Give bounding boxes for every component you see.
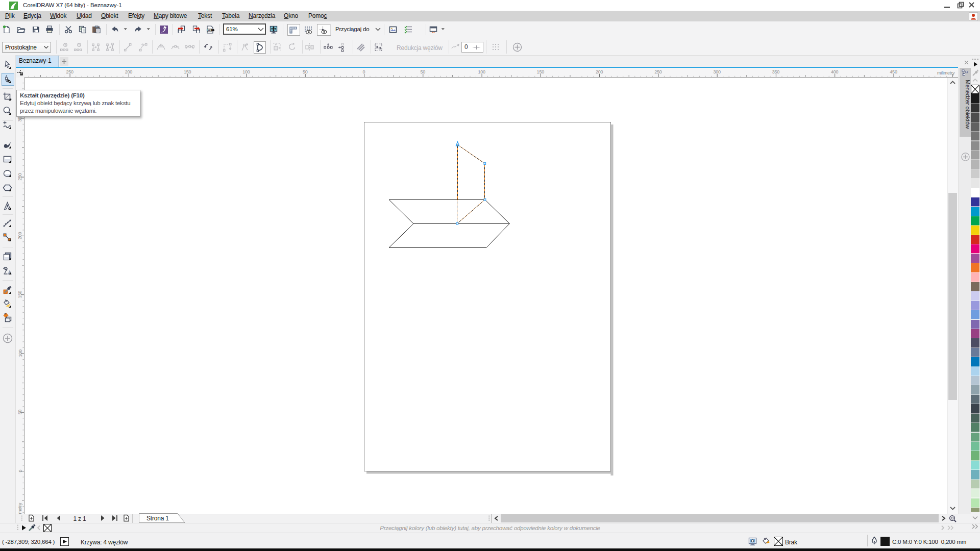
svg-text:PDF: PDF: [207, 29, 212, 32]
svg-text:250: 250: [18, 173, 23, 181]
svg-text:50: 50: [420, 69, 425, 74]
svg-text:0: 0: [363, 69, 365, 74]
svg-text:250: 250: [654, 69, 662, 74]
svg-text:100: 100: [18, 349, 23, 357]
svg-text:milimetry: milimetry: [937, 70, 955, 76]
svg-text:50: 50: [303, 69, 308, 74]
svg-text:150: 150: [184, 69, 191, 74]
svg-text:100: 100: [242, 69, 250, 74]
svg-text:100: 100: [478, 69, 485, 74]
svg-text:Strona 1: Strona 1: [146, 515, 169, 522]
svg-text:200: 200: [596, 69, 603, 74]
svg-text:350: 350: [772, 69, 780, 74]
svg-text:200: 200: [125, 69, 133, 74]
svg-text:250: 250: [66, 69, 74, 74]
svg-text:450: 450: [890, 69, 897, 74]
svg-text:400: 400: [831, 69, 839, 74]
svg-text:50: 50: [18, 410, 23, 415]
svg-text:150: 150: [537, 69, 545, 74]
svg-text:0: 0: [18, 469, 23, 472]
svg-text:200: 200: [18, 232, 23, 240]
svg-text:300: 300: [713, 69, 721, 74]
svg-text:150: 150: [18, 291, 23, 298]
svg-text:milimetry: milimetry: [17, 503, 22, 514]
